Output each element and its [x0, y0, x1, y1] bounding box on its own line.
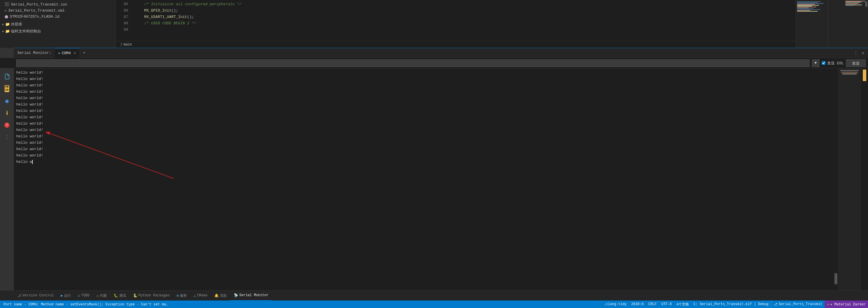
status-item-git[interactable]: Port name - COM4; Method name - setEvent… — [0, 301, 174, 308]
monitor-line-11: hello world! — [16, 133, 832, 140]
status-position[interactable]: 2830:8 — [629, 301, 646, 308]
tab-todo[interactable]: ☑ TODO — [74, 290, 93, 301]
activity-bar-left — [0, 48, 14, 58]
ld-file-icon: ⬤ — [5, 15, 8, 19]
status-text: C: Serial_Ports_Transmit.elf | Debug — [693, 302, 769, 306]
status-text: Port name - COM4; Method name - setEvent… — [3, 302, 170, 307]
tab-serial-monitor[interactable]: 📡 Serial Monitor — [230, 290, 272, 301]
activity-error-icon[interactable]: ! — [1, 119, 13, 131]
send-eol-label[interactable]: 发送 EOL — [822, 61, 844, 66]
monitor-line-5: hello world! — [16, 95, 832, 102]
version-control-icon: ⎇ — [18, 293, 22, 298]
status-encoding[interactable]: UTF-8 — [659, 301, 674, 308]
monitor-line-2: hello world! — [16, 76, 832, 82]
editor-content: 85 86 87 88 89 /* Initialize all configu… — [116, 0, 796, 41]
tab-cmake[interactable]: △ CMake — [190, 290, 211, 301]
sidebar-item-ioc[interactable]: ⬛ Serial_Ports_Transmit.ioc — [0, 1, 116, 7]
tab-label: 消息 — [220, 293, 227, 298]
monitor-line-6: hello world! — [16, 102, 832, 108]
status-text: 4个空格 — [677, 302, 689, 307]
monitor-line-1: hello world! — [16, 69, 832, 76]
right-scrollbar[interactable] — [834, 68, 838, 290]
tab-actions: ⋮ ✕ — [852, 49, 868, 57]
tab-version-control[interactable]: ⎇ Version Control — [14, 290, 57, 301]
line-number: 88 — [116, 20, 128, 27]
more-actions-icon[interactable]: ⋮ — [852, 49, 859, 57]
com-icon: ● — [58, 52, 60, 55]
sidebar-item-label: STM32F407ZGTx_FLASH.ld — [10, 15, 60, 19]
status-bar: Port name - COM4; Method name - setEvent… — [0, 301, 868, 308]
xml-file-icon: ◇ — [5, 9, 7, 12]
issues-icon: ⚠ — [96, 293, 98, 298]
activity-eb-icon[interactable]: EBFO — [1, 83, 13, 94]
tab-label: 运行 — [64, 293, 71, 298]
monitor-input[interactable] — [16, 59, 810, 67]
send-eol-text: 发送 EOL — [827, 61, 844, 66]
code-line-86: /* Initialize all configured peripherals… — [140, 1, 796, 7]
tab-python-packages[interactable]: 🐍 Python Packages — [130, 290, 173, 301]
close-panel-icon[interactable]: ✕ — [861, 49, 866, 57]
debug-icon: 🐛 — [114, 293, 118, 298]
tab-label: 服务 — [180, 293, 187, 298]
dropdown-arrow-icon: ▼ — [814, 61, 817, 65]
scroll-bar-indicator[interactable] — [863, 69, 866, 81]
folder-icon: 📁 — [5, 22, 10, 27]
tab-label: TODO — [81, 293, 90, 298]
tab-label: Python Packages — [138, 293, 170, 298]
tab-add-btn[interactable]: + — [80, 48, 89, 58]
tab-close-btn[interactable]: × — [74, 51, 76, 56]
right-side-area — [838, 68, 861, 290]
tab-issues[interactable]: ⚠ 问题 — [93, 290, 110, 301]
monitor-line-14: hello world! — [16, 152, 832, 159]
breadcrumb-text: main — [124, 43, 132, 47]
status-clang[interactable]: .clang-tidy — [601, 301, 629, 308]
line-number: 86 — [116, 7, 128, 14]
activity-files-icon[interactable] — [1, 71, 13, 82]
tab-run[interactable]: ▶ 运行 — [57, 290, 74, 301]
code-content[interactable]: /* Initialize all configured peripherals… — [135, 1, 796, 40]
status-path[interactable]: C: Serial_Ports_Transmit.elf | Debug — [691, 301, 771, 308]
tab-notifications[interactable]: 🔔 消息 — [211, 290, 230, 301]
tab-debug[interactable]: 🐛 调试 — [110, 290, 130, 301]
tab-label: 问题 — [100, 293, 107, 298]
breadcrumb-icon: ƒ — [120, 43, 122, 47]
status-branch[interactable]: ⎇ Serial_Ports_Transmit — [771, 301, 825, 308]
monitor-line-10: hello world! — [16, 127, 832, 133]
status-text: .clang-tidy — [603, 302, 626, 306]
group-label: 临时文件和控制台 — [11, 29, 41, 34]
files-svg — [4, 73, 10, 80]
serial-monitor-tab-bar: Serial Monitor: ● COM4 × + ⋮ ✕ — [0, 48, 868, 58]
status-theme[interactable]: ✦ ✦ Material Darker — [825, 301, 868, 308]
activity-run-icon[interactable]: ℹ — [1, 107, 13, 119]
group-label: 外部库 — [11, 22, 22, 27]
chevron-right-icon: ▶ — [2, 23, 4, 26]
line-numbers: 85 86 87 88 89 — [116, 1, 132, 40]
sidebar-item-ld[interactable]: ⬤ STM32F407ZGTx_FLASH.ld — [0, 13, 116, 20]
tab-label: COM4 — [62, 51, 71, 55]
monitor-output[interactable]: hello world! hello world! hello world! h… — [14, 68, 834, 290]
activity-circle-icon[interactable]: ◉ — [1, 95, 13, 107]
tab-services[interactable]: ⚙ 服务 — [173, 290, 190, 301]
dropdown-btn[interactable]: ▼ — [812, 59, 819, 67]
gutter — [132, 1, 135, 40]
sidebar-item-label: Serial_Ports_Transmit.xml — [8, 8, 65, 13]
activity-more-icon[interactable]: ⋮ — [1, 132, 13, 143]
status-indent[interactable]: 4个空格 — [674, 301, 691, 308]
monitor-toolbar: ▼ 发送 EOL 发送 — [0, 58, 868, 68]
monitor-line-8: hello world! — [16, 114, 832, 120]
branch-icon: ⎇ — [773, 302, 777, 307]
status-text: CRLF — [648, 302, 657, 306]
status-line-ending[interactable]: CRLF — [646, 301, 659, 308]
sidebar-item-xml[interactable]: ◇ Serial_Ports_Transmit.xml — [0, 7, 116, 13]
com4-tab[interactable]: ● COM4 × — [55, 48, 80, 58]
monitor-line-4: hello world! — [16, 89, 832, 95]
bottom-panel-tabs: ⎇ Version Control ▶ 运行 ☑ TODO ⚠ 问题 🐛 调试 … — [0, 290, 868, 301]
sidebar-group-temp[interactable]: ▶ 📁 临时文件和控制台 — [0, 28, 116, 35]
code-line-87: MX_GPIO_Init(); — [140, 7, 796, 14]
monitor-main: EBFO ◉ ℹ ! ⋮ hello world! hello world! h… — [0, 68, 868, 290]
folder-icon2: 📁 — [5, 29, 10, 34]
sidebar: ⬛ Serial_Ports_Transmit.ioc ◇ Serial_Por… — [0, 0, 116, 48]
send-button[interactable]: 发送 — [846, 59, 866, 67]
send-eol-checkbox[interactable] — [822, 61, 826, 65]
sidebar-group-external[interactable]: ▶ 📁 外部库 — [0, 21, 116, 28]
